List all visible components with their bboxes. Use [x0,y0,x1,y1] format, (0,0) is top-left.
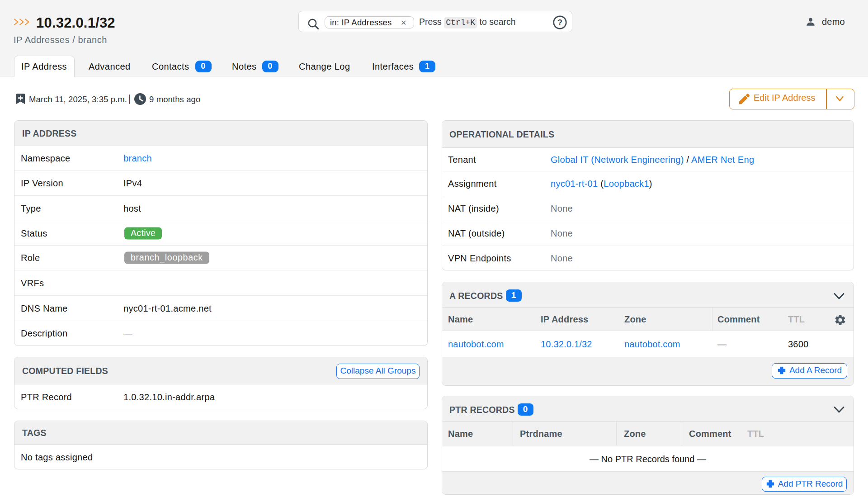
svg-text:?: ? [557,18,562,27]
